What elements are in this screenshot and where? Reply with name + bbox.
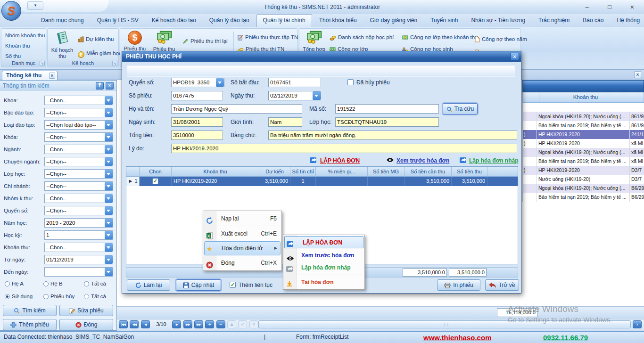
- table-row-selected[interactable]: )HP HKI/2019-2020241/1: [522, 130, 644, 139]
- close-tab-icon[interactable]: ×: [49, 73, 55, 79]
- tab-tuyen-sinh[interactable]: Tuyển sinh: [424, 14, 464, 27]
- col-so-tien-mg[interactable]: Số tiền MG: [368, 167, 405, 176]
- chevron-down-icon[interactable]: [105, 145, 113, 154]
- tu-ngay-input[interactable]: 01/12/2019: [44, 255, 113, 264]
- chevron-down-icon[interactable]: [105, 157, 113, 166]
- nganh-select[interactable]: --Chọn--: [44, 145, 113, 154]
- xem-truoc-hoa-don-link[interactable]: Xem trước hóa đơn: [396, 157, 449, 164]
- ly-do-input[interactable]: HP HKI/2019-2020: [171, 144, 517, 153]
- chevron-down-icon[interactable]: [105, 194, 113, 203]
- col-so-tin-chi[interactable]: Số tín chỉ: [290, 167, 316, 176]
- ma-so-input[interactable]: 191522: [335, 104, 439, 114]
- lap-hoa-don-link[interactable]: LẬP HÓA ĐƠN: [320, 157, 360, 164]
- ribbon-item-cong-no-theo-nam[interactable]: Công nợ theo năm: [475, 34, 527, 44]
- lam-lai-button[interactable]: Làm lại: [127, 279, 170, 291]
- menu-item-nap-lai[interactable]: Nạp lại F5: [203, 211, 281, 226]
- khoa-select[interactable]: --Chọn--: [44, 96, 113, 105]
- ribbon-item-khoan-thu[interactable]: Khoản thu: [1, 41, 46, 51]
- ribbon-item-phieu-thu-thi-lai[interactable]: Phiếu thu thi lại: [182, 36, 228, 46]
- ribbon-item-phieu-thu-thuc-tap-tn[interactable]: Phiếu thu thực tập TN: [237, 33, 298, 42]
- nav-cancel-button[interactable]: ×: [249, 320, 258, 328]
- radio-tat-ca-1[interactable]: Tất cả: [84, 280, 106, 287]
- ribbon-item-phieu-thu[interactable]: $ Phiếu thu: [121, 30, 149, 52]
- khoan-thu-select[interactable]: --Chọn--: [44, 243, 113, 252]
- nav-next-button[interactable]: ▶: [172, 320, 181, 328]
- tab-quan-ly-dao-tao[interactable]: Quản lý đào tạo: [203, 14, 256, 27]
- nav-delete-button[interactable]: −: [216, 320, 225, 328]
- menu-item-hoa-don-dien-tu[interactable]: ★ Hóa đơn điện tử ▶: [204, 241, 281, 255]
- grid-row-selected[interactable]: ► 1 ✓ HP HKI/2019-2020 3,510,000 1 3,510…: [126, 177, 518, 186]
- den-ngay-input[interactable]: [44, 267, 113, 277]
- maximize-button[interactable]: □: [602, 3, 618, 11]
- quyen-so-select[interactable]: HPCĐ19_3350: [171, 78, 224, 87]
- nav-endedit-button[interactable]: ✓: [238, 320, 247, 328]
- submenu-item-lap-hoa-don[interactable]: LẬP HÓA ĐƠN: [284, 236, 363, 248]
- chevron-down-icon[interactable]: [105, 182, 113, 190]
- bang-chu-input[interactable]: Ba triệu năm trăm mười ngàn đồng.: [268, 131, 517, 140]
- col-chon[interactable]: Chọn: [140, 167, 172, 176]
- dialog-close-icon[interactable]: ×: [510, 53, 519, 60]
- ngay-thu-select[interactable]: 02/12/2019: [268, 91, 321, 100]
- close-panel-icon[interactable]: ×: [106, 82, 114, 90]
- scroll-right-button[interactable]: ›: [633, 320, 642, 328]
- search-button[interactable]: Tìm kiếm: [3, 305, 57, 316]
- dialog-title-bar[interactable]: PHIẾU THU HỌC PHÍ: [122, 51, 521, 62]
- tab-thoi-khoa-bieu[interactable]: Thời khóa biểu: [313, 14, 363, 27]
- nav-edit-button[interactable]: ▲: [227, 320, 236, 328]
- minimize-button[interactable]: –: [579, 3, 595, 11]
- chevron-down-icon[interactable]: [313, 91, 321, 100]
- tong-tien-input[interactable]: 3510000: [171, 131, 223, 140]
- phone-link[interactable]: 0932.11.66.79: [543, 332, 588, 343]
- tra-cuu-button[interactable]: Tra cứu: [443, 103, 478, 114]
- lop-hoc-input[interactable]: TSCĐLTQTNHAU19: [335, 117, 439, 127]
- tab-trac-nghiem[interactable]: Trắc nghiệm: [532, 14, 576, 27]
- quyen-so-select[interactable]: --Chọn--: [44, 206, 113, 215]
- nav-first-button[interactable]: |◀◀: [119, 320, 128, 328]
- tab-gio-day-giang-vien[interactable]: Giờ dạy giảng viên: [364, 14, 424, 27]
- tab-danh-muc-chung[interactable]: Danh mục chung: [35, 14, 90, 27]
- table-row[interactable]: Bảo hiểm tai nạn 2019; Bảo hiểm y tế ...…: [522, 121, 644, 130]
- menu-item-xuat-excel[interactable]: X Xuất excel Ctrl+E: [203, 226, 281, 241]
- radio-tat-ca-2[interactable]: Tất cả: [84, 293, 106, 300]
- loai-dao-tao-select[interactable]: --Chọn loại đào tạo--: [44, 120, 113, 130]
- chi-nhanh-select[interactable]: --Chọn--: [44, 181, 113, 191]
- tab-thong-ke-thu[interactable]: Thống kê thu ×: [2, 71, 58, 80]
- so-bat-dau-input[interactable]: 0167451: [268, 78, 321, 87]
- tab-quan-ly-hs-sv[interactable]: Quản lý HS - SV: [91, 14, 145, 27]
- ribbon-item-nhom-khoan-thu[interactable]: Nhóm khoản thu: [1, 30, 46, 41]
- dialog-launcher-icon[interactable]: ↘: [112, 61, 117, 66]
- website-link[interactable]: www.thienhaso.com: [423, 332, 491, 343]
- ho-ten-input[interactable]: Trần Dương Ngọc Quý: [171, 104, 302, 114]
- them-lien-tuc-checkbox[interactable]: ✓: [230, 282, 236, 288]
- table-row[interactable]: Ngoại khóa (HKI/19-20); Nước uống (...xã…: [522, 148, 644, 157]
- chevron-down-icon[interactable]: [105, 219, 113, 227]
- nav-last-button[interactable]: ▶▶|: [194, 320, 203, 328]
- col-so-tien-thu[interactable]: Số tiền thu: [452, 167, 487, 176]
- gioi-tinh-input[interactable]: Nam: [268, 117, 302, 127]
- col-khoan-thu[interactable]: Khoản thu: [172, 167, 259, 176]
- nam-hoc-select[interactable]: 2019 - 2020: [44, 218, 113, 228]
- chevron-down-icon[interactable]: [105, 206, 113, 215]
- khoa-hoc-select[interactable]: --Chọn--: [44, 132, 113, 142]
- dialog-launcher-icon[interactable]: ↘: [40, 61, 45, 66]
- app-logo[interactable]: S: [1, 1, 21, 21]
- chevron-down-icon[interactable]: [216, 78, 224, 87]
- ribbon-item-danh-sach-nop-hoc-phi[interactable]: Danh sách nộp học phí: [330, 33, 394, 42]
- ngay-sinh-input[interactable]: 31/08/2001: [171, 117, 223, 127]
- cap-nhat-button[interactable]: Cập nhật: [176, 279, 221, 291]
- tab-nhan-su-tien-luong[interactable]: Nhân sự - Tiền lương: [465, 14, 531, 27]
- chuyen-nganh-select[interactable]: --Chọn--: [44, 157, 113, 166]
- chevron-down-icon[interactable]: [105, 96, 113, 105]
- lap-hoa-don-nhap-link[interactable]: Lập hóa đơn nháp: [469, 157, 519, 164]
- radio-su-dung[interactable]: Sử dụng: [5, 293, 33, 300]
- close-panel-button[interactable]: Đóng: [59, 319, 113, 330]
- table-row[interactable]: Bảo hiểm tai nạn 2019; Bảo hiểm y tế ...…: [522, 157, 644, 166]
- edit-receipt-button[interactable]: Sửa phiếu: [59, 305, 113, 316]
- col-so-tien-can-thu[interactable]: Số tiền cần thu: [405, 167, 452, 176]
- submenu-item-lap-nhap[interactable]: Lập hóa đơn nháp: [283, 261, 364, 274]
- nav-prev-button[interactable]: ◀: [141, 320, 150, 328]
- row-checkbox-checked[interactable]: ✓: [152, 178, 158, 184]
- close-button[interactable]: ×: [624, 3, 640, 11]
- table-row[interactable]: Ngoại khóa (HKI/19-20); Nước uống (...86…: [522, 112, 644, 121]
- ribbon-item-du-kien-thu[interactable]: Dự kiến thu: [78, 34, 114, 44]
